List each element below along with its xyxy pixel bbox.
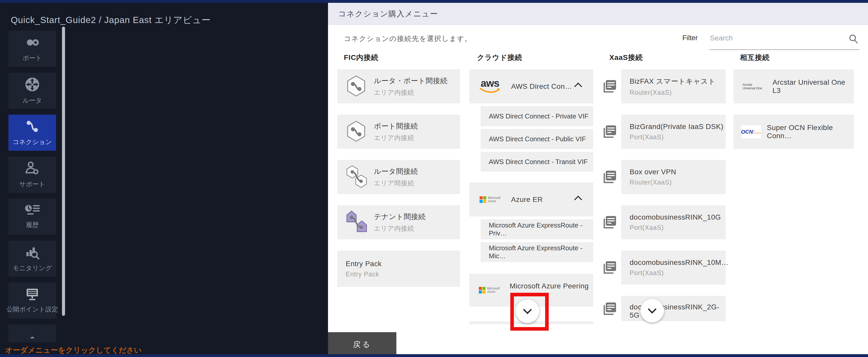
arcstar-logo-line1: Arcstar xyxy=(743,83,767,87)
card-azure-expressroute-microsoft[interactable]: Microsoft Azure ExpressRoute - Mic… xyxy=(480,242,593,262)
card-docomobusinessrink-2g-5g[interactable]: docomobusinessRINK_2G-5G Port(XaaS) xyxy=(621,296,726,321)
order-notice-text: オーダメニューをクリックしてください xyxy=(5,345,142,355)
document-stack-icon xyxy=(602,260,617,275)
card-azure-er[interactable]: Microsoft Azure Azure ER xyxy=(469,183,593,217)
chevron-up-icon[interactable] xyxy=(574,83,582,90)
card-title: Arcstar Universal One L3 xyxy=(773,78,854,95)
card-router-port-connection[interactable]: ルータ・ポート間接続 エリア内接続 xyxy=(337,69,460,103)
chevron-up-icon[interactable] xyxy=(574,196,582,203)
back-button[interactable]: 戻る xyxy=(328,332,396,357)
card-subtitle: Router(XaaS) xyxy=(630,178,726,186)
search-icon[interactable] xyxy=(848,34,859,44)
card-entry-pack[interactable]: Entry Pack Entry Pack xyxy=(337,251,460,287)
card-arcstar-universal-one[interactable]: Arcstar Universal One Arcstar Universal … xyxy=(734,69,854,103)
sidebar-item-public-point[interactable]: 公開ポイント設定 xyxy=(8,283,56,319)
card-subtitle: Port(XaaS) xyxy=(630,224,726,231)
sidebar-item-label: ルータ xyxy=(23,96,42,105)
xaas-row: docomobusinessRINK_2G-5G Port(XaaS) xyxy=(602,296,726,321)
column-interconnect: Arcstar Universal One Arcstar Universal … xyxy=(734,69,854,160)
chevron-down-icon xyxy=(648,305,656,314)
cloud-icon xyxy=(24,335,41,338)
card-box-over-vpn[interactable]: Box over VPN Router(XaaS) xyxy=(621,160,726,194)
history-icon xyxy=(24,204,40,217)
sidebar-item-label: 履歴 xyxy=(26,221,39,229)
card-subtitle: エリア内接続 xyxy=(374,224,460,233)
card-title: docomobusinessRINK_10M… xyxy=(630,258,726,267)
filter-label: Filter xyxy=(682,34,698,42)
xaas-row: docomobusinessRINK_10G Port(XaaS) xyxy=(602,205,726,239)
sidebar-item-partial[interactable] xyxy=(8,324,56,343)
search-input[interactable]: Search xyxy=(710,31,859,50)
area-view-canvas: Quick_Start_Guide2 / Japan East エリアビュー ポ… xyxy=(0,3,328,357)
top-navy-strip xyxy=(0,0,868,3)
card-aws-public-vif[interactable]: AWS Direct Connect - Public VIF xyxy=(480,129,593,149)
sidebar-item-label: コネクション xyxy=(12,138,52,146)
card-aws-transit-vif[interactable]: AWS Direct Connect - Transit VIF xyxy=(480,152,593,172)
connection-icon xyxy=(25,119,40,134)
card-subtitle: Entry Pack xyxy=(346,270,460,278)
column-header-inter: 相互接続 xyxy=(740,53,770,62)
sidebar-item-support[interactable]: サポート xyxy=(8,157,56,193)
router-icon xyxy=(25,77,40,92)
xaas-column-scroll-down-button[interactable] xyxy=(640,299,664,322)
sidebar-item-router[interactable]: ルータ xyxy=(8,73,56,109)
card-bizgrand[interactable]: BizGrand(Private IaaS DSK) Port(XaaS) xyxy=(621,115,726,149)
card-aws-direct-connect[interactable]: aws AWS Direct Con… xyxy=(469,69,593,103)
sidebar-item-label: モニタリング xyxy=(12,264,52,272)
card-subtitle: Port(XaaS) xyxy=(630,133,726,141)
sidebar-item-port[interactable]: ポート xyxy=(8,31,56,67)
sidebar-item-history[interactable]: 履歴 xyxy=(8,199,56,235)
hexagon-link-icon xyxy=(345,120,367,143)
card-docomobusinessrink-10m[interactable]: docomobusinessRINK_10M… Port(XaaS) xyxy=(621,251,726,285)
xaas-row: BizFAX スマートキャスト Router(XaaS) xyxy=(602,69,726,103)
document-stack-icon xyxy=(602,79,617,94)
column-header-fic: FIC内接続 xyxy=(344,53,378,62)
card-azure-expressroute-private[interactable]: Microsoft Azure ExpressRoute - Priv… xyxy=(480,219,593,239)
ocn-logo: OCN for Business xyxy=(741,125,761,138)
azure-logo-line1: Microsoft xyxy=(488,196,501,200)
panel-title: コネクション購入メニュー xyxy=(338,9,438,19)
card-title: BizGrand(Private IaaS DSK) xyxy=(630,123,726,131)
sidebar-item-label: 公開ポイント設定 xyxy=(6,305,58,314)
card-title: ルータ・ポート間接続 xyxy=(374,76,460,86)
card-subtitle: エリア内接続 xyxy=(374,88,460,97)
azure-logo-icon: Microsoft Azure xyxy=(476,287,502,294)
xaas-row: Box over VPN Router(XaaS) xyxy=(602,160,726,194)
search-placeholder: Search xyxy=(710,34,733,42)
sidebar-item-connection[interactable]: コネクション xyxy=(8,115,56,151)
card-router-connection[interactable]: ルータ間接続 エリア間接続 xyxy=(337,160,460,194)
card-title: AWS Direct Con… xyxy=(511,83,572,91)
column-fic: ルータ・ポート間接続 エリア内接続 ポート間接続 エリア内接続 xyxy=(337,69,460,298)
card-subtitle: Router(XaaS) xyxy=(630,89,726,96)
card-bizfax[interactable]: BizFAX スマートキャスト Router(XaaS) xyxy=(621,69,726,103)
sidebar-scrollbar[interactable] xyxy=(62,27,65,316)
monitoring-icon xyxy=(25,245,40,260)
panel-header: コネクション購入メニュー xyxy=(328,3,868,25)
card-subtitle: Port(XaaS) xyxy=(630,269,726,277)
card-title: ポート間接続 xyxy=(374,121,460,131)
card-tenant-connection[interactable]: テナント間接続 エリア内接続 xyxy=(337,205,460,239)
card-subtitle: エリア内接続 xyxy=(374,134,460,142)
cloud-column-scroll-down-button[interactable] xyxy=(516,299,539,323)
arcstar-logo-line2: Universal One xyxy=(743,87,767,90)
azure-logo-icon: Microsoft Azure xyxy=(476,196,503,203)
card-title: Microsoft Azure Peering … xyxy=(509,282,593,298)
column-cloud: aws AWS Direct Con… AWS Direct Connect -… xyxy=(469,69,593,306)
xaas-row: BizGrand(Private IaaS DSK) Port(XaaS) xyxy=(602,115,726,149)
card-super-ocn[interactable]: OCN for Business Super OCN Flexible Conn… xyxy=(734,115,854,149)
ocn-logo-subtext: for Business xyxy=(753,129,762,134)
panel-subtitle: コネクションの接続先を選択します。 xyxy=(344,34,472,43)
card-title: docomobusinessRINK_10G xyxy=(630,213,726,221)
card-port-connection[interactable]: ポート間接続 エリア内接続 xyxy=(337,115,460,149)
document-stack-icon xyxy=(602,215,617,230)
port-icon xyxy=(24,35,40,50)
card-aws-private-vif[interactable]: AWS Direct Connect - Private VIF xyxy=(480,106,593,126)
connection-purchase-panel: コネクション購入メニュー コネクションの接続先を選択します。 Filter Se… xyxy=(328,3,868,357)
card-title: Azure ER xyxy=(511,196,543,204)
aws-logo-icon: aws xyxy=(476,79,503,94)
card-docomobusinessrink-10g[interactable]: docomobusinessRINK_10G Port(XaaS) xyxy=(621,205,726,239)
card-title: Super OCN Flexible Conn… xyxy=(767,124,854,140)
azure-logo-line2: Azure xyxy=(488,200,501,203)
sidebar-item-monitoring[interactable]: モニタリング xyxy=(8,240,56,277)
card-title: ルータ間接続 xyxy=(374,167,460,176)
